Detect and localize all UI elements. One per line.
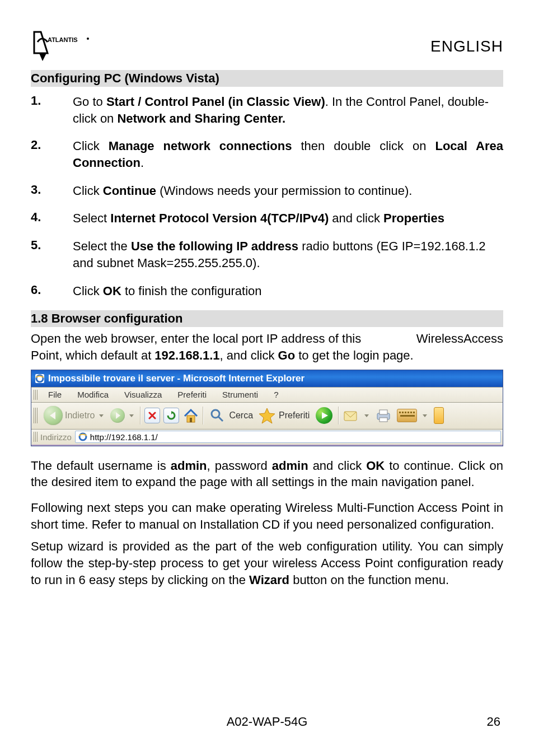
svg-rect-15 <box>407 412 409 413</box>
refresh-icon <box>167 411 176 420</box>
grip-icon <box>34 432 38 442</box>
step-body: Go to Start / Control Panel (in Classic … <box>73 94 503 127</box>
step-body: Click Continue (Windows needs your permi… <box>73 183 503 199</box>
menu-help[interactable]: ? <box>266 390 286 399</box>
step-num: 3. <box>31 183 73 197</box>
home-icon <box>182 407 199 424</box>
svg-rect-18 <box>400 415 415 417</box>
menu-preferiti[interactable]: Preferiti <box>170 390 214 399</box>
svg-rect-14 <box>405 412 406 413</box>
language-label: ENGLISH <box>430 38 503 55</box>
step-num: 1. <box>31 94 73 108</box>
step-body: Click Manage network connections then do… <box>73 138 503 171</box>
svg-text:ATLANTIS: ATLANTIS <box>48 36 78 43</box>
svg-rect-12 <box>399 412 401 413</box>
address-input-wrap[interactable] <box>75 431 501 443</box>
browser-titlebar: Impossibile trovare il server - Microsof… <box>31 370 503 387</box>
menu-modifica[interactable]: Modifica <box>69 390 116 399</box>
step-body: Select the Use the following IP address … <box>73 238 503 271</box>
step-num: 4. <box>31 210 73 225</box>
page-number: 26 <box>487 715 500 729</box>
x-icon <box>148 412 156 419</box>
step-num: 5. <box>31 238 73 253</box>
svg-point-1 <box>87 38 89 40</box>
printer-icon <box>376 408 391 423</box>
menu-visualizza[interactable]: Visualizza <box>116 390 170 399</box>
svg-rect-17 <box>413 412 415 413</box>
browser-screenshot: Impossibile trovare il server - Microsof… <box>31 370 503 446</box>
menu-file[interactable]: File <box>40 390 69 399</box>
atlantis-logo: ATLANTIS <box>31 31 104 62</box>
separator <box>140 407 141 424</box>
intro-paragraph: Open the web browser, enter the local po… <box>31 330 503 363</box>
svg-rect-5 <box>190 418 192 422</box>
svg-point-6 <box>212 410 219 418</box>
svg-rect-13 <box>402 412 404 413</box>
step-body: Click OK to finish the configuration <box>73 283 503 300</box>
favorites-button[interactable]: Preferiti <box>257 407 310 424</box>
svg-rect-10 <box>380 410 387 414</box>
search-button[interactable]: Cerca <box>208 408 253 423</box>
para-wizard: Setup wizard is provided as the part of … <box>31 538 503 588</box>
back-button[interactable]: Indietro <box>44 406 106 425</box>
svg-rect-11 <box>380 418 387 422</box>
mail-icon <box>343 408 360 423</box>
grip-icon <box>34 390 38 400</box>
mail-button[interactable] <box>343 408 371 423</box>
address-bar: Indirizzo <box>31 430 503 446</box>
footer: A02-WAP-54G 26 <box>0 715 534 729</box>
grip-icon <box>34 408 38 423</box>
browser-menubar: File Modifica Visualizza Preferiti Strum… <box>31 387 503 403</box>
search-icon <box>209 408 225 423</box>
stop-button[interactable] <box>144 408 160 423</box>
svg-line-7 <box>218 417 223 421</box>
heading-browser-config: 1.8 Browser configuration <box>31 310 503 327</box>
browser-toolbar: Indietro Cerca <box>31 403 503 430</box>
para-default-credentials: The default username is admin, password … <box>31 458 503 491</box>
keyboard-icon <box>397 409 417 422</box>
ie-icon <box>78 432 88 442</box>
ie-icon <box>35 374 45 384</box>
chevron-down-icon <box>99 414 104 417</box>
star-icon <box>259 407 275 424</box>
address-label: Indirizzo <box>40 432 72 442</box>
step-num: 6. <box>31 283 73 297</box>
svg-rect-16 <box>410 412 412 413</box>
model-number: A02-WAP-54G <box>227 715 308 729</box>
step-body: Select Internet Protocol Version 4(TCP/I… <box>73 210 503 227</box>
keyboard-button[interactable] <box>396 409 429 422</box>
home-button[interactable] <box>182 407 199 424</box>
step-num: 2. <box>31 138 73 152</box>
steps-list: 1. Go to Start / Control Panel (in Class… <box>31 94 503 299</box>
menu-strumenti[interactable]: Strumenti <box>214 390 266 399</box>
chevron-down-icon <box>364 414 369 417</box>
para-following-steps: Following next steps you can make operat… <box>31 500 503 533</box>
forward-button[interactable] <box>110 408 136 423</box>
media-button[interactable] <box>314 407 334 424</box>
media-icon <box>316 407 332 424</box>
heading-configuring-pc: Configuring PC (Windows Vista) <box>31 70 503 87</box>
separator <box>203 407 204 424</box>
browser-title: Impossibile trovare il server - Microsof… <box>48 373 305 384</box>
chevron-down-icon <box>129 414 134 417</box>
print-button[interactable] <box>376 408 391 423</box>
chevron-down-icon <box>423 414 427 417</box>
address-input[interactable] <box>90 432 500 442</box>
extra-button[interactable] <box>434 407 444 424</box>
refresh-button[interactable] <box>163 408 179 423</box>
separator <box>338 407 339 424</box>
